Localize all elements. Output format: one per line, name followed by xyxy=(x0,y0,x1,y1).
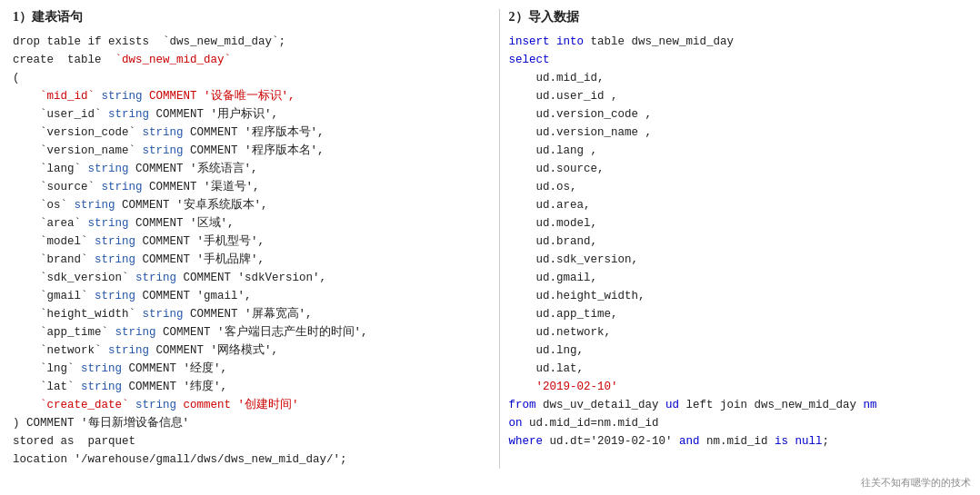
left-code: drop table if exists `dws_new_mid_day`; … xyxy=(13,33,472,469)
right-title: 2）导入数据 xyxy=(509,9,968,25)
right-panel: 2）导入数据 insert into table dws_new_mid_day… xyxy=(509,9,968,469)
right-code: insert into table dws_new_mid_day select… xyxy=(509,33,968,450)
left-title: 1）建表语句 xyxy=(13,9,472,25)
left-panel: 1）建表语句 drop table if exists `dws_new_mid… xyxy=(13,9,490,469)
main-container: 1）建表语句 drop table if exists `dws_new_mid… xyxy=(13,9,967,469)
panel-divider xyxy=(499,9,500,469)
watermark: 往关不知有嗯学的的技术 xyxy=(861,476,971,490)
